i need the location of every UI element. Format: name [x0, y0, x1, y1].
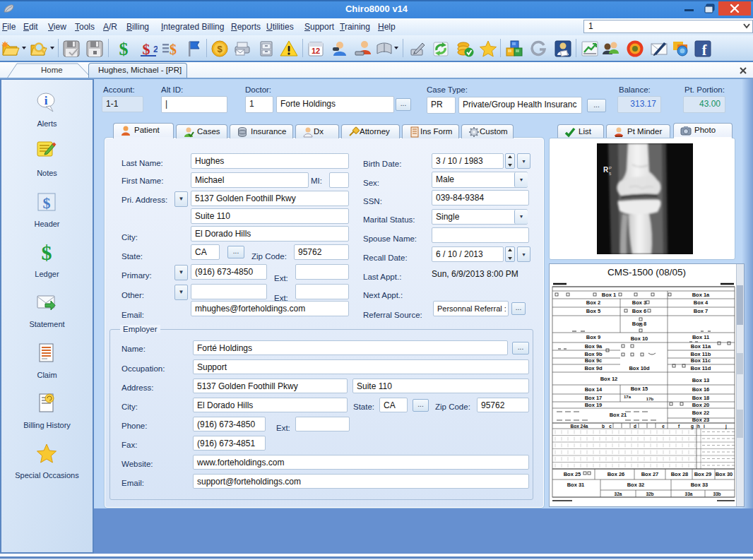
svg-text:Box 18: Box 18 — [692, 395, 710, 401]
svg-text:Box 3: Box 3 — [632, 299, 646, 306]
svg-text:Box 11b: Box 11b — [691, 351, 711, 357]
svg-text:e: e — [662, 424, 665, 429]
svg-text:Box 24a: Box 24a — [571, 424, 588, 429]
svg-text:Box 10d: Box 10d — [629, 365, 650, 371]
svg-text:f: f — [678, 424, 680, 429]
svg-text:32a: 32a — [615, 492, 622, 496]
svg-text:$: $ — [170, 42, 177, 57]
svg-text:Box 23: Box 23 — [692, 417, 710, 423]
svg-text:Box 11a: Box 11a — [691, 343, 711, 350]
svg-text:Box 29: Box 29 — [694, 471, 712, 477]
svg-text:17a: 17a — [624, 395, 632, 399]
svg-text:d: d — [634, 424, 636, 429]
svg-text:g: g — [691, 424, 694, 429]
svg-text:Box 15: Box 15 — [631, 386, 648, 392]
svg-text:Box 16: Box 16 — [692, 386, 710, 393]
svg-text:33a: 33a — [685, 492, 693, 496]
svg-text:Box 17: Box 17 — [585, 395, 603, 401]
svg-text:Box 4: Box 4 — [694, 299, 708, 306]
svg-text:Box 9d: Box 9d — [584, 365, 602, 371]
svg-text:Box 7: Box 7 — [694, 308, 708, 314]
svg-text:i: i — [704, 424, 705, 429]
svg-text:Box 20: Box 20 — [692, 402, 710, 408]
svg-text:Box 9a: Box 9a — [585, 343, 603, 350]
svg-text:Box 1: Box 1 — [602, 292, 616, 298]
svg-text:Box 11d: Box 11d — [691, 365, 711, 371]
svg-text:Box 19: Box 19 — [585, 402, 603, 408]
svg-text:j: j — [725, 424, 727, 429]
svg-text:Box 30: Box 30 — [716, 471, 733, 477]
svg-text:17b: 17b — [646, 397, 654, 401]
svg-text:Box 21: Box 21 — [610, 412, 627, 418]
svg-text:Box 6: Box 6 — [632, 308, 646, 314]
svg-text:h: h — [697, 424, 700, 429]
svg-text:c: c — [609, 424, 612, 429]
svg-text:Box 13: Box 13 — [692, 377, 710, 383]
svg-text:Box 27: Box 27 — [641, 471, 659, 477]
svg-text:33b: 33b — [713, 492, 721, 496]
svg-text:Box 14: Box 14 — [585, 386, 603, 393]
svg-text:32b: 32b — [646, 492, 653, 496]
svg-text:Box 10: Box 10 — [631, 335, 648, 342]
svg-text:Box 11: Box 11 — [692, 334, 709, 340]
svg-text:b: b — [602, 424, 605, 429]
svg-text:Box 22: Box 22 — [692, 410, 710, 416]
svg-text:P: P — [609, 166, 612, 170]
svg-text:$: $ — [42, 242, 52, 263]
svg-text:$: $ — [43, 194, 51, 212]
svg-text:Box 26: Box 26 — [607, 471, 625, 477]
svg-text:2: 2 — [153, 44, 158, 54]
svg-text:$: $ — [119, 40, 129, 58]
svg-text:Box 5: Box 5 — [586, 308, 600, 314]
svg-text:12: 12 — [312, 47, 320, 55]
svg-text:Box 12: Box 12 — [600, 376, 618, 382]
svg-text:i: i — [45, 94, 48, 107]
svg-text:R: R — [603, 166, 609, 174]
svg-text:Box 9: Box 9 — [586, 334, 600, 340]
svg-text:$: $ — [217, 44, 223, 54]
svg-text:Box 9c: Box 9c — [585, 357, 603, 364]
svg-text:Box 1a: Box 1a — [692, 292, 710, 298]
svg-text:Box 28: Box 28 — [671, 471, 689, 477]
svg-text:Box 11c: Box 11c — [691, 357, 711, 364]
svg-text:Box 9b: Box 9b — [584, 351, 602, 357]
svg-text:Box 32: Box 32 — [627, 482, 645, 488]
svg-text:Box 25: Box 25 — [564, 471, 581, 477]
svg-text:Box 31: Box 31 — [567, 482, 585, 488]
svg-text:f: f — [702, 42, 707, 58]
svg-text:Box 2: Box 2 — [586, 299, 600, 306]
svg-text:Box 33: Box 33 — [691, 482, 708, 488]
